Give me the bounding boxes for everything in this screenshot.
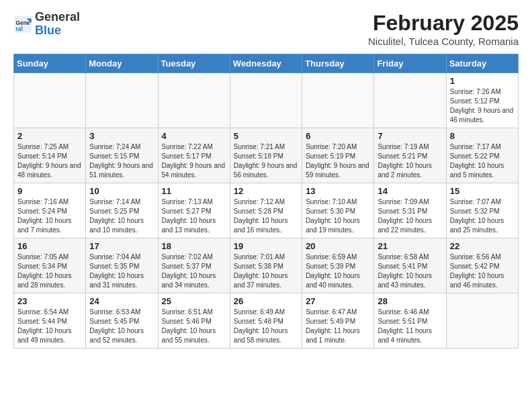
day-info: Sunrise: 7:09 AM Sunset: 5:31 PM Dayligh… xyxy=(378,197,442,235)
calendar-cell: 20Sunrise: 6:59 AM Sunset: 5:39 PM Dayli… xyxy=(302,238,374,293)
day-info: Sunrise: 6:49 AM Sunset: 5:48 PM Dayligh… xyxy=(234,308,298,345)
day-number: 22 xyxy=(450,241,515,251)
calendar-cell: 24Sunrise: 6:53 AM Sunset: 5:45 PM Dayli… xyxy=(86,293,158,349)
calendar-week-row: 1Sunrise: 7:26 AM Sunset: 5:12 PM Daylig… xyxy=(14,73,519,128)
logo-blue-text: Blue xyxy=(35,24,80,38)
header: Gene ral General Blue February 2025 Nicu… xyxy=(13,11,519,47)
weekday-header-friday: Friday xyxy=(374,54,446,73)
day-info: Sunrise: 7:12 AM Sunset: 5:28 PM Dayligh… xyxy=(234,197,298,235)
calendar-cell: 7Sunrise: 7:19 AM Sunset: 5:21 PM Daylig… xyxy=(374,128,446,183)
weekday-header-thursday: Thursday xyxy=(302,54,374,73)
day-info: Sunrise: 6:51 AM Sunset: 5:46 PM Dayligh… xyxy=(162,308,226,345)
day-number: 13 xyxy=(306,186,370,196)
day-info: Sunrise: 7:19 AM Sunset: 5:21 PM Dayligh… xyxy=(378,142,442,180)
day-info: Sunrise: 7:16 AM Sunset: 5:24 PM Dayligh… xyxy=(17,197,82,235)
day-number: 20 xyxy=(306,241,370,251)
calendar-cell xyxy=(374,73,446,128)
weekday-header-monday: Monday xyxy=(86,54,158,73)
calendar-cell: 27Sunrise: 6:47 AM Sunset: 5:49 PM Dayli… xyxy=(302,293,374,349)
day-number: 28 xyxy=(378,296,442,306)
day-number: 11 xyxy=(162,186,226,196)
weekday-header-saturday: Saturday xyxy=(446,54,518,73)
calendar-cell xyxy=(302,73,374,128)
day-number: 16 xyxy=(17,241,82,251)
day-info: Sunrise: 6:53 AM Sunset: 5:45 PM Dayligh… xyxy=(89,308,154,345)
calendar-table: SundayMondayTuesdayWednesdayThursdayFrid… xyxy=(13,54,519,349)
day-number: 10 xyxy=(89,186,154,196)
day-info: Sunrise: 6:59 AM Sunset: 5:39 PM Dayligh… xyxy=(306,253,370,290)
calendar-cell: 4Sunrise: 7:22 AM Sunset: 5:17 PM Daylig… xyxy=(158,128,230,183)
day-number: 5 xyxy=(234,131,298,141)
day-info: Sunrise: 7:21 AM Sunset: 5:18 PM Dayligh… xyxy=(234,142,298,180)
day-number: 3 xyxy=(89,131,154,141)
day-number: 26 xyxy=(234,296,298,306)
calendar-cell: 13Sunrise: 7:10 AM Sunset: 5:30 PM Dayli… xyxy=(302,183,374,238)
day-info: Sunrise: 7:24 AM Sunset: 5:15 PM Dayligh… xyxy=(89,142,154,180)
page: Gene ral General Blue February 2025 Nicu… xyxy=(0,0,532,359)
day-number: 14 xyxy=(378,186,442,196)
weekday-header-row: SundayMondayTuesdayWednesdayThursdayFrid… xyxy=(14,54,519,73)
calendar-cell xyxy=(446,293,518,349)
day-info: Sunrise: 7:26 AM Sunset: 5:12 PM Dayligh… xyxy=(450,87,515,125)
calendar-cell: 17Sunrise: 7:04 AM Sunset: 5:35 PM Dayli… xyxy=(86,238,158,293)
calendar-cell: 23Sunrise: 6:54 AM Sunset: 5:44 PM Dayli… xyxy=(14,293,86,349)
day-number: 17 xyxy=(89,241,154,251)
day-number: 21 xyxy=(378,241,442,251)
day-info: Sunrise: 7:25 AM Sunset: 5:14 PM Dayligh… xyxy=(17,142,82,180)
day-info: Sunrise: 7:02 AM Sunset: 5:37 PM Dayligh… xyxy=(162,253,226,290)
calendar-cell: 3Sunrise: 7:24 AM Sunset: 5:15 PM Daylig… xyxy=(86,128,158,183)
weekday-header-wednesday: Wednesday xyxy=(230,54,302,73)
day-number: 19 xyxy=(234,241,298,251)
weekday-header-tuesday: Tuesday xyxy=(158,54,230,73)
day-info: Sunrise: 7:01 AM Sunset: 5:38 PM Dayligh… xyxy=(234,253,298,290)
calendar-cell: 11Sunrise: 7:13 AM Sunset: 5:27 PM Dayli… xyxy=(158,183,230,238)
day-info: Sunrise: 7:05 AM Sunset: 5:34 PM Dayligh… xyxy=(17,253,82,290)
day-info: Sunrise: 6:58 AM Sunset: 5:41 PM Dayligh… xyxy=(378,253,442,290)
calendar-cell: 26Sunrise: 6:49 AM Sunset: 5:48 PM Dayli… xyxy=(230,293,302,349)
calendar-cell: 6Sunrise: 7:20 AM Sunset: 5:19 PM Daylig… xyxy=(302,128,374,183)
svg-text:ral: ral xyxy=(16,26,23,32)
calendar-cell: 25Sunrise: 6:51 AM Sunset: 5:46 PM Dayli… xyxy=(158,293,230,349)
day-number: 18 xyxy=(162,241,226,251)
day-info: Sunrise: 6:56 AM Sunset: 5:42 PM Dayligh… xyxy=(450,253,515,290)
day-number: 15 xyxy=(450,186,515,196)
calendar-cell: 9Sunrise: 7:16 AM Sunset: 5:24 PM Daylig… xyxy=(14,183,86,238)
day-number: 25 xyxy=(162,296,226,306)
day-number: 2 xyxy=(17,131,82,141)
day-info: Sunrise: 6:46 AM Sunset: 5:51 PM Dayligh… xyxy=(378,308,442,345)
logo: Gene ral General Blue xyxy=(13,11,80,38)
calendar-week-row: 23Sunrise: 6:54 AM Sunset: 5:44 PM Dayli… xyxy=(14,293,519,349)
calendar-cell xyxy=(158,73,230,128)
day-info: Sunrise: 6:54 AM Sunset: 5:44 PM Dayligh… xyxy=(17,308,82,345)
day-number: 6 xyxy=(306,131,370,141)
day-info: Sunrise: 7:17 AM Sunset: 5:22 PM Dayligh… xyxy=(450,142,515,180)
day-number: 12 xyxy=(234,186,298,196)
calendar-cell: 10Sunrise: 7:14 AM Sunset: 5:25 PM Dayli… xyxy=(86,183,158,238)
day-info: Sunrise: 7:07 AM Sunset: 5:32 PM Dayligh… xyxy=(450,197,515,235)
calendar-cell: 18Sunrise: 7:02 AM Sunset: 5:37 PM Dayli… xyxy=(158,238,230,293)
calendar-cell: 22Sunrise: 6:56 AM Sunset: 5:42 PM Dayli… xyxy=(446,238,518,293)
day-number: 24 xyxy=(89,296,154,306)
day-number: 1 xyxy=(450,76,515,86)
title-block: February 2025 Niculitel, Tulcea County, … xyxy=(368,11,519,47)
day-number: 4 xyxy=(162,131,226,141)
calendar-cell: 8Sunrise: 7:17 AM Sunset: 5:22 PM Daylig… xyxy=(446,128,518,183)
calendar-cell xyxy=(86,73,158,128)
day-number: 9 xyxy=(17,186,82,196)
calendar-cell: 16Sunrise: 7:05 AM Sunset: 5:34 PM Dayli… xyxy=(14,238,86,293)
calendar-cell: 14Sunrise: 7:09 AM Sunset: 5:31 PM Dayli… xyxy=(374,183,446,238)
weekday-header-sunday: Sunday xyxy=(14,54,86,73)
calendar-cell: 12Sunrise: 7:12 AM Sunset: 5:28 PM Dayli… xyxy=(230,183,302,238)
calendar-cell: 5Sunrise: 7:21 AM Sunset: 5:18 PM Daylig… xyxy=(230,128,302,183)
calendar-cell: 21Sunrise: 6:58 AM Sunset: 5:41 PM Dayli… xyxy=(374,238,446,293)
month-year: February 2025 xyxy=(368,11,519,36)
logo-icon: Gene ral xyxy=(13,15,32,34)
calendar-cell: 19Sunrise: 7:01 AM Sunset: 5:38 PM Dayli… xyxy=(230,238,302,293)
calendar-cell: 1Sunrise: 7:26 AM Sunset: 5:12 PM Daylig… xyxy=(446,73,518,128)
day-info: Sunrise: 7:22 AM Sunset: 5:17 PM Dayligh… xyxy=(162,142,226,180)
calendar-cell xyxy=(230,73,302,128)
day-info: Sunrise: 7:04 AM Sunset: 5:35 PM Dayligh… xyxy=(89,253,154,290)
day-info: Sunrise: 7:14 AM Sunset: 5:25 PM Dayligh… xyxy=(89,197,154,235)
day-info: Sunrise: 7:13 AM Sunset: 5:27 PM Dayligh… xyxy=(162,197,226,235)
calendar-week-row: 16Sunrise: 7:05 AM Sunset: 5:34 PM Dayli… xyxy=(14,238,519,293)
